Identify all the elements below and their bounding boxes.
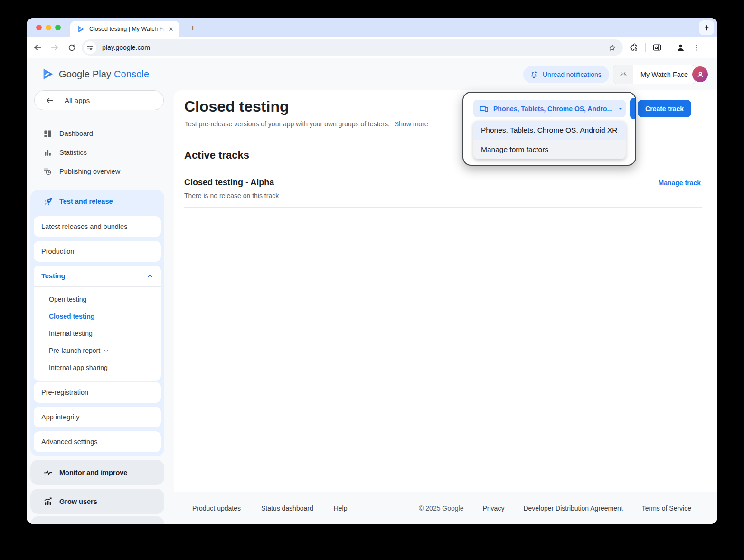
sidebar-item-internal-app-sharing[interactable]: Internal app sharing xyxy=(34,359,161,376)
sidebar-item-label: Grow users xyxy=(59,498,97,505)
publishing-overview-icon xyxy=(42,167,53,176)
bookmark-star-icon[interactable] xyxy=(605,40,619,55)
sidebar-item-latest-releases[interactable]: Latest releases and bundles xyxy=(34,216,161,237)
tab-strip: Closed testing | My Watch Fac ✕ + xyxy=(27,18,717,37)
side-panel-search-icon[interactable] xyxy=(650,40,664,55)
browser-menu-icon[interactable] xyxy=(689,40,704,55)
address-bar[interactable]: play.google.com xyxy=(82,39,623,56)
subitem-label: Internal testing xyxy=(49,330,93,337)
browser-labs-button[interactable] xyxy=(699,20,714,35)
sidebar-item-label: Publishing overview xyxy=(59,168,120,175)
footer-link-dda[interactable]: Developer Distribution Agreement xyxy=(523,504,622,512)
form-factor-selected-label: Phones, Tablets, Chrome OS, Andro... xyxy=(493,105,612,113)
footer-link-help[interactable]: Help xyxy=(334,504,348,512)
sparkle-icon xyxy=(703,24,710,31)
sidebar-item-app-integrity[interactable]: App integrity xyxy=(34,407,161,427)
menu-item-phones-tablets[interactable]: Phones, Tablets, Chrome OS, Android XR xyxy=(473,121,626,140)
minimize-window-button[interactable] xyxy=(46,25,51,30)
play-console-page: Google Play Console Unread notifications… xyxy=(27,58,717,524)
sidebar-item-statistics[interactable]: Statistics xyxy=(30,143,164,162)
copyright-text: © 2025 Google xyxy=(419,504,463,512)
browser-toolbar: play.google.com xyxy=(27,37,717,58)
current-app-name: My Watch Face xyxy=(633,71,696,78)
sidebar-item-dashboard[interactable]: Dashboard xyxy=(30,124,164,143)
show-more-link[interactable]: Show more xyxy=(395,120,428,128)
sidebar-item-label: Statistics xyxy=(59,149,87,156)
sidebar-item-production[interactable]: Production xyxy=(34,241,161,262)
magnified-create-track-edge xyxy=(630,98,636,119)
footer-link-status-dashboard[interactable]: Status dashboard xyxy=(261,504,313,512)
sidebar-section-partial[interactable] xyxy=(30,516,164,524)
play-favicon xyxy=(77,25,85,33)
create-track-button[interactable]: Create track xyxy=(638,100,691,117)
avatar-person-icon xyxy=(696,70,705,79)
devices-icon xyxy=(479,104,489,114)
play-logo-icon xyxy=(42,68,54,80)
subitem-label: Internal app sharing xyxy=(49,364,108,371)
bell-icon xyxy=(529,70,538,79)
sidebar-item-grow-users[interactable]: Grow users xyxy=(30,489,164,514)
unread-notifications-button[interactable]: Unread notifications xyxy=(523,66,609,83)
menu-item-manage-form-factors[interactable]: Manage form factors xyxy=(473,140,626,159)
play-console-logo[interactable]: Google Play Console xyxy=(42,68,149,80)
active-tracks-heading: Active tracks xyxy=(184,149,249,161)
testing-label: Testing xyxy=(41,272,65,280)
form-factor-dropdown[interactable]: Phones, Tablets, Chrome OS, Andro... xyxy=(473,100,626,117)
browser-profile-icon[interactable] xyxy=(673,40,687,55)
pulse-icon xyxy=(42,467,54,477)
menu-item-label: Phones, Tablets, Chrome OS, Android XR xyxy=(481,126,617,134)
browser-tab[interactable]: Closed testing | My Watch Fac ✕ xyxy=(70,21,179,37)
card-label: Advanced settings xyxy=(41,438,98,446)
sidebar-card-testing: Testing Open testing Closed testing Inte… xyxy=(34,266,161,381)
description-text: Test pre-release versions of your app wi… xyxy=(185,120,390,128)
back-arrow-icon xyxy=(45,96,54,105)
close-tab-icon[interactable]: ✕ xyxy=(166,24,176,34)
rocket-icon xyxy=(42,197,54,207)
form-factor-menu: Phones, Tablets, Chrome OS, Android XR M… xyxy=(473,121,626,159)
sidebar-item-closed-testing[interactable]: Closed testing xyxy=(34,308,161,325)
sidebar-item-monitor-and-improve[interactable]: Monitor and improve xyxy=(30,460,164,485)
footer-link-privacy[interactable]: Privacy xyxy=(483,504,505,512)
subitem-label: Closed testing xyxy=(49,313,94,320)
tab-title: Closed testing | My Watch Fac xyxy=(89,26,165,32)
footer: Product updates Status dashboard Help © … xyxy=(174,501,691,515)
chevron-up-icon xyxy=(147,273,153,279)
track-status: There is no release on this track xyxy=(184,192,279,199)
forward-button[interactable] xyxy=(47,40,62,55)
track-name: Closed testing - Alpha xyxy=(184,178,274,188)
extensions-icon[interactable] xyxy=(627,40,641,55)
card-label: App integrity xyxy=(41,413,80,421)
manage-track-link[interactable]: Manage track xyxy=(659,179,701,187)
subitem-label: Open testing xyxy=(49,295,86,303)
sidebar-item-pre-registration[interactable]: Pre-registration xyxy=(34,382,161,403)
close-window-button[interactable] xyxy=(36,25,42,30)
sidebar-item-label: Monitor and improve xyxy=(59,469,127,476)
app-selector[interactable]: My Watch Face xyxy=(613,65,696,84)
page-description: Test pre-release versions of your app wi… xyxy=(185,120,428,128)
sidebar-item-internal-testing[interactable]: Internal testing xyxy=(34,325,161,342)
new-tab-button[interactable]: + xyxy=(187,22,198,34)
all-apps-button[interactable]: All apps xyxy=(34,90,164,110)
url-text[interactable]: play.google.com xyxy=(102,44,605,51)
sidebar-item-advanced-settings[interactable]: Advanced settings xyxy=(34,431,161,452)
site-settings-icon[interactable] xyxy=(84,41,96,54)
footer-link-terms[interactable]: Terms of Service xyxy=(642,504,691,512)
form-factor-magnifier-overlay: Phones, Tablets, Chrome OS, Andro... Pho… xyxy=(462,92,636,166)
section-test-and-release: Test and release Latest releases and bun… xyxy=(30,190,164,456)
sidebar-item-publishing-overview[interactable]: Publishing overview xyxy=(30,162,164,181)
account-avatar[interactable] xyxy=(692,66,708,82)
menu-item-label: Manage form factors xyxy=(481,145,548,154)
sidebar-item-label: Dashboard xyxy=(59,130,93,137)
sidebar-item-label: Test and release xyxy=(59,198,113,205)
back-button[interactable] xyxy=(30,40,45,55)
sidebar-item-open-testing[interactable]: Open testing xyxy=(34,291,161,308)
reload-button[interactable] xyxy=(65,40,79,55)
growth-chart-icon xyxy=(42,496,54,506)
sidebar-item-pre-launch-report[interactable]: Pre-launch report xyxy=(34,342,161,359)
sidebar-item-testing[interactable]: Testing xyxy=(34,266,161,287)
dropdown-arrow-icon xyxy=(617,105,623,112)
dashboard-icon xyxy=(42,129,53,138)
sidebar-item-test-and-release[interactable]: Test and release xyxy=(30,190,164,213)
footer-link-product-updates[interactable]: Product updates xyxy=(192,504,241,512)
zoom-window-button[interactable] xyxy=(55,25,61,30)
